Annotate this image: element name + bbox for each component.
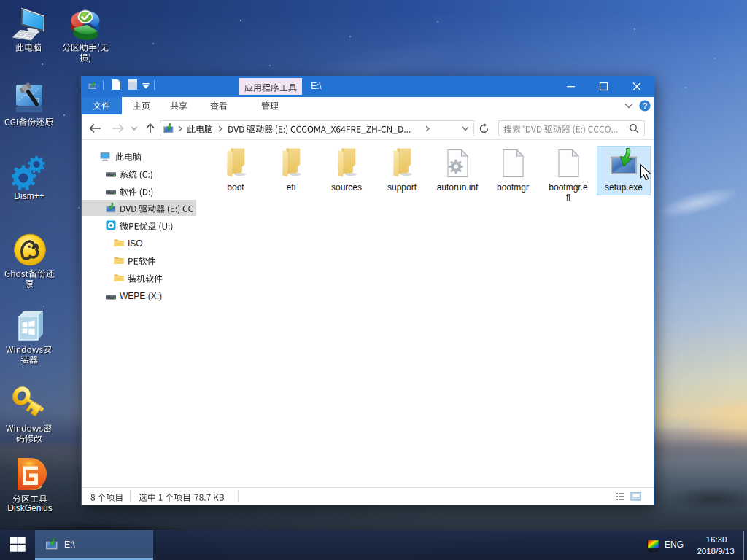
svg-text:?: ? xyxy=(643,101,648,110)
